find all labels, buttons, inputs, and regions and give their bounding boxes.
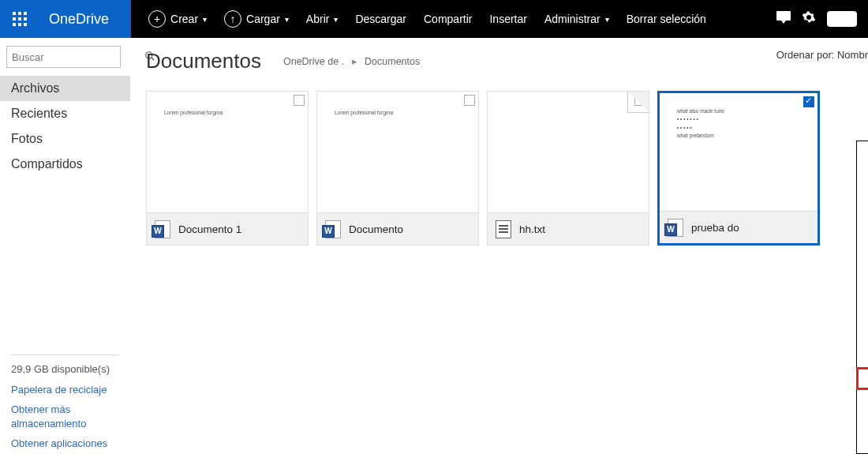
svg-rect-3: [13, 17, 16, 21]
nav-archivos[interactable]: Archivos: [0, 76, 130, 101]
select-checkbox[interactable]: [294, 95, 305, 106]
brand-label: OneDrive: [39, 0, 131, 38]
ctx-propiedades[interactable]: Propiedades: [857, 389, 868, 411]
svg-rect-8: [24, 23, 27, 26]
insertar-button[interactable]: Insertar: [489, 13, 526, 25]
text-file-icon: [496, 219, 511, 238]
ctx-descargar[interactable]: Descargar: [857, 205, 868, 227]
doc-preview-text: Lorem profesional forgma: [164, 109, 223, 117]
ctx-abrir-word[interactable]: Abrir en Word: [857, 149, 868, 171]
chevron-down-icon: ▾: [605, 15, 609, 24]
storage-available: 29,9 GB disponible(s): [11, 363, 119, 375]
nav-list: Archivos Recientes Fotos Compartidos: [0, 76, 130, 177]
word-icon: [668, 218, 683, 237]
crumb-current: Documentos: [365, 56, 420, 67]
file-name: Documento 1: [178, 223, 241, 235]
crear-button[interactable]: + Crear ▾: [148, 10, 207, 28]
dog-ear-icon: [628, 92, 649, 112]
gear-icon[interactable]: [802, 10, 816, 28]
upload-icon: ↑: [224, 10, 241, 28]
file-tile-selected[interactable]: what also made tune• • • • • • •• • • • …: [657, 91, 820, 246]
administrar-label: Administrar: [544, 13, 600, 25]
file-name: hh.txt: [519, 223, 545, 235]
svg-rect-5: [24, 17, 27, 21]
command-bar-right: [776, 10, 868, 28]
compartir-button[interactable]: Compartir: [424, 13, 472, 25]
insertar-label: Insertar: [489, 13, 526, 25]
file-footer: prueba do: [660, 212, 817, 243]
compartir-label: Compartir: [424, 13, 472, 25]
doc-preview-text: what also made tune• • • • • • •• • • • …: [677, 107, 724, 141]
chevron-down-icon: ▾: [285, 15, 289, 24]
plus-icon: +: [148, 10, 166, 28]
link-obtener-mas[interactable]: Obtener más almacenamiento: [11, 403, 119, 430]
select-checkbox[interactable]: [803, 96, 814, 107]
cargar-button[interactable]: ↑ Cargar ▾: [224, 10, 289, 28]
ctx-eliminar[interactable]: Eliminar: [857, 304, 868, 325]
borrar-label: Borrar selección: [627, 13, 706, 25]
chevron-down-icon: ▾: [334, 15, 338, 24]
svg-rect-6: [13, 23, 16, 26]
command-bar: OneDrive + Crear ▾ ↑ Cargar ▾ Abrir ▾ De…: [0, 0, 868, 38]
cargar-label: Cargar: [246, 13, 280, 25]
layout: Archivos Recientes Fotos Compartidos 29,…: [0, 38, 868, 465]
svg-rect-2: [24, 12, 27, 15]
file-footer: Documento 1: [147, 213, 308, 245]
doc-preview-text: Lorem profesional forgma: [335, 109, 393, 117]
file-preview: [488, 92, 649, 213]
ctx-abrir-word-online[interactable]: Abrir en Word Online: [857, 171, 868, 192]
file-footer: Documento: [317, 213, 478, 245]
link-papelera[interactable]: Papelera de reciclaje: [11, 383, 119, 397]
file-preview: Lorem profesional forgma: [147, 92, 308, 213]
app-launcher-button[interactable]: [0, 0, 39, 38]
file-name: prueba do: [691, 222, 739, 234]
ctx-mover-a[interactable]: Mover a: [857, 325, 868, 347]
descargar-button[interactable]: Descargar: [355, 13, 406, 25]
file-footer: hh.txt: [488, 213, 649, 245]
sidebar-footer: 29,9 GB disponible(s) Papelera de recicl…: [0, 347, 130, 465]
svg-rect-0: [13, 12, 16, 15]
sort-by-button[interactable]: Ordenar por: Nombr: [776, 49, 868, 61]
search-input[interactable]: [12, 51, 144, 63]
account-badge[interactable]: [827, 11, 857, 27]
command-list: + Crear ▾ ↑ Cargar ▾ Abrir ▾ Descargar C…: [131, 10, 776, 28]
nav-compartidos[interactable]: Compartidos: [0, 152, 130, 177]
nav-recientes[interactable]: Recientes: [0, 101, 130, 126]
svg-rect-7: [18, 23, 21, 26]
file-tile[interactable]: hh.txt: [487, 91, 649, 246]
administrar-button[interactable]: Administrar ▾: [544, 13, 609, 25]
link-obtener-apps[interactable]: Obtener aplicaciones: [11, 437, 119, 451]
crumb-root[interactable]: OneDrive de .: [283, 56, 344, 67]
ctx-borrar-seleccion[interactable]: Borrar selección: [857, 424, 868, 445]
ctx-compartir[interactable]: Compartir: [857, 227, 868, 248]
crumb-sep: ▸: [352, 56, 357, 67]
descargar-label: Descargar: [355, 13, 406, 25]
content-header: Documentos OneDrive de . ▸ Documentos: [146, 49, 868, 73]
messages-icon[interactable]: [776, 11, 791, 27]
ctx-insertar[interactable]: Insertar: [857, 248, 868, 269]
ctx-copiar-en[interactable]: Copiar en: [857, 347, 868, 368]
file-tile[interactable]: Lorem profesional forgma Documento 1: [146, 91, 309, 246]
word-icon: [155, 219, 170, 238]
file-tile[interactable]: Lorem profesional forgma Documento: [316, 91, 479, 246]
file-preview: what also made tune• • • • • • •• • • • …: [660, 93, 817, 212]
file-name: Documento: [349, 223, 403, 235]
file-preview: Lorem profesional forgma: [317, 92, 478, 213]
search-box[interactable]: [6, 46, 121, 68]
select-checkbox[interactable]: [464, 95, 475, 106]
abrir-button[interactable]: Abrir ▾: [306, 13, 339, 25]
page-title: Documentos: [146, 49, 261, 73]
waffle-icon: [13, 12, 27, 26]
svg-rect-1: [18, 12, 21, 15]
file-grid: Lorem profesional forgma Documento 1 Lor…: [146, 91, 868, 246]
chevron-down-icon: ▾: [203, 15, 207, 24]
crear-label: Crear: [170, 13, 198, 25]
sidebar: Archivos Recientes Fotos Compartidos 29,…: [0, 38, 130, 465]
ctx-historial-versiones[interactable]: Historial de versiones: [857, 368, 868, 389]
ctx-cambiar-nombre[interactable]: Cambiar nombre: [857, 283, 868, 304]
svg-rect-4: [18, 17, 21, 21]
nav-fotos[interactable]: Fotos: [0, 126, 130, 152]
word-icon: [325, 219, 341, 238]
main-content: Documentos OneDrive de . ▸ Documentos Or…: [130, 38, 868, 465]
borrar-seleccion-button[interactable]: Borrar selección: [627, 13, 706, 25]
